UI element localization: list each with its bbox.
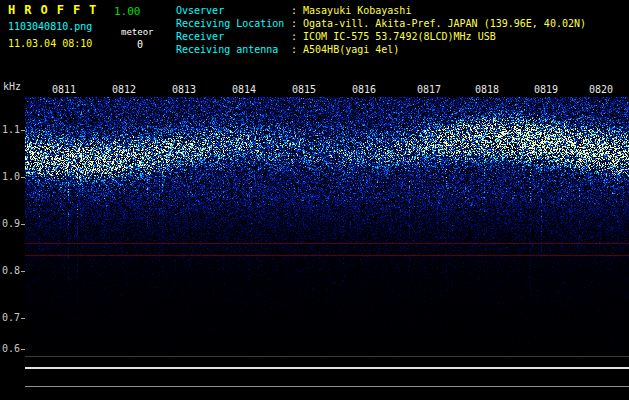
x-tick-label: 0818 xyxy=(472,84,502,95)
station-info-value: : Ogata-vill. Akita-Pref. JAPAN (139.96E… xyxy=(291,17,586,30)
app-version: 1.00 xyxy=(114,5,141,18)
y-tick-label: 0.9 xyxy=(0,218,20,229)
x-tick-label: 0811 xyxy=(49,84,79,95)
station-info-value: : Masayuki Kobayashi xyxy=(291,4,411,17)
y-tick-label: 0.6 xyxy=(0,343,20,354)
station-info-label: Receiving Location xyxy=(176,17,291,30)
level-trace-baseline xyxy=(25,367,629,369)
output-filename: 1103040810.png xyxy=(8,21,92,32)
meteor-counter-value: 0 xyxy=(137,39,143,50)
y-tick-label: 1.1 xyxy=(0,124,20,135)
station-info-value: : ICOM IC-575 53.7492(8LCD)MHz USB xyxy=(291,30,496,43)
x-tick-label: 0812 xyxy=(109,84,139,95)
spectrogram-canvas xyxy=(25,97,629,355)
x-tick-label: 0819 xyxy=(531,84,561,95)
x-tick-label: 0814 xyxy=(229,84,259,95)
x-tick-label: 0813 xyxy=(169,84,199,95)
observation-datetime: 11.03.04 08:10 xyxy=(8,38,92,49)
y-axis-unit-label: kHz xyxy=(3,81,21,92)
station-info-label: Ovserver xyxy=(176,4,291,17)
station-info-row: Receiving Location: Ogata-vill. Akita-Pr… xyxy=(176,17,586,30)
x-tick-label: 0820 xyxy=(586,84,616,95)
y-tick-label: 0.8 xyxy=(0,265,20,276)
level-strip-bottom-line xyxy=(25,386,629,387)
station-info-row: Ovserver: Masayuki Kobayashi xyxy=(176,4,586,17)
meteor-counter-label: meteor xyxy=(121,27,154,37)
level-strip-top-line xyxy=(25,356,629,357)
station-info-label: Receiving antenna xyxy=(176,43,291,56)
app-title: HROFFT xyxy=(8,3,105,17)
x-tick-label: 0817 xyxy=(414,84,444,95)
station-info-row: Receiver: ICOM IC-575 53.7492(8LCD)MHz U… xyxy=(176,30,586,43)
hrofft-window: HROFFT 1.00 1103040810.png meteor 0 11.0… xyxy=(0,0,629,400)
y-tick-label: 0.7 xyxy=(0,312,20,323)
x-tick-label: 0815 xyxy=(289,84,319,95)
station-info-row: Receiving antenna: A504HB(yagi 4el) xyxy=(176,43,586,56)
station-info-value: : A504HB(yagi 4el) xyxy=(291,43,399,56)
y-tick-label: 1.0 xyxy=(0,171,20,182)
x-tick-label: 0816 xyxy=(349,84,379,95)
station-info-label: Receiver xyxy=(176,30,291,43)
station-info-block: Ovserver: Masayuki Kobayashi Receiving L… xyxy=(176,4,586,56)
